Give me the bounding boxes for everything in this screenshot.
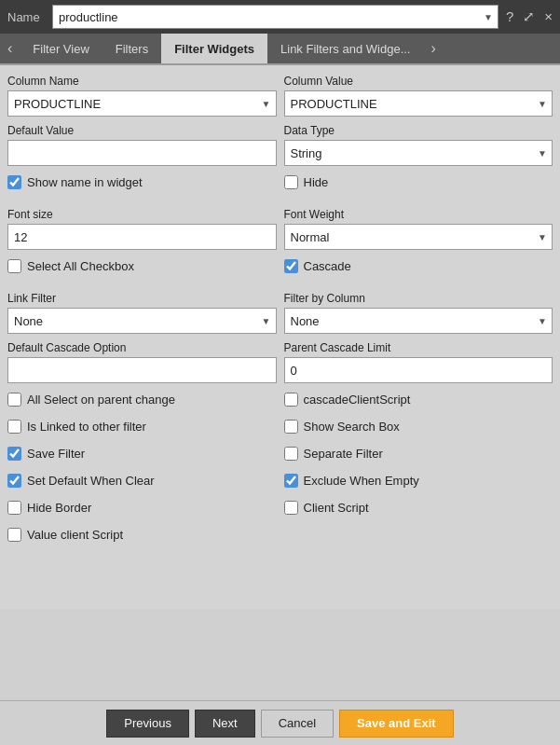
default-cascade-input[interactable] [7,357,277,383]
data-type-select[interactable]: String [284,140,553,166]
show-search-box-checkbox[interactable] [284,420,298,434]
parent-cascade-input[interactable] [284,357,553,383]
set-default-checkbox[interactable] [7,474,21,488]
show-name-checkbox-label: Show name in widget [27,175,143,189]
link-filter-label: Link Filter [7,292,277,305]
column-name-select[interactable]: PRODUCTLINE [7,90,277,117]
default-cascade-label: Default Cascade Option [7,341,277,354]
filter-by-col: Filter by Column None [284,292,553,334]
save-exit-button[interactable]: Save and Exit [339,710,454,738]
all-select-parent-row: All Select on parent change [7,391,277,408]
save-filter-checkbox[interactable] [7,447,21,461]
font-size-input[interactable] [7,224,277,250]
close-icon[interactable]: × [544,8,553,25]
cascade-checkbox-row: Cascade [284,257,553,275]
move-icon[interactable]: ⤢ [523,8,535,25]
parent-cascade-label: Parent Cascade Limit [284,341,553,354]
link-filter-select-wrap[interactable]: None [7,308,277,334]
show-name-checkbox[interactable] [7,175,21,189]
hide-border-checkbox[interactable] [7,501,21,515]
bottom-bar: Previous Next Cancel Save and Exit [0,700,560,745]
tab-next-btn[interactable]: › [423,34,443,63]
link-filter-row: Link Filter None Filter by Column None [7,292,553,334]
main-content: Column Name PRODUCTLINE Column Value PRO… [0,65,560,609]
data-type-select-wrap[interactable]: String [284,140,553,166]
client-script-label: Client Script [304,501,369,515]
tab-bar: ‹ Filter View Filters Filter Widgets Lin… [0,34,560,65]
next-button[interactable]: Next [195,710,255,738]
hide-checkbox[interactable] [284,175,298,189]
hide-border-row: Hide Border [7,499,277,517]
exclude-when-empty-row: Exclude When Empty [284,472,553,490]
select-all-checkbox[interactable] [7,259,21,273]
cascade-checkbox-label: Cascade [304,259,351,273]
exclude-when-empty-checkbox[interactable] [284,474,298,488]
selectall-cascade-row: Select All Checkbox Cascade [7,257,553,284]
tab-filters[interactable]: Filters [102,34,161,63]
data-type-label: Data Type [284,124,553,137]
show-name-hide-row: Show name in widget Hide [7,173,553,200]
name-select-wrap[interactable]: productline [52,5,499,29]
font-size-label: Font size [7,208,277,221]
checkboxes-grid: All Select on parent change Is Linked to… [7,391,553,553]
filter-by-select[interactable]: None [284,308,553,334]
name-label: Name [7,10,45,24]
previous-button[interactable]: Previous [106,710,189,738]
value-client-script-label: Value client Script [27,528,123,542]
tab-filter-view[interactable]: Filter View [20,34,102,63]
tab-filter-widgets[interactable]: Filter Widgets [161,34,267,63]
font-weight-select[interactable]: Normal [284,224,553,250]
column-value-col: Column Value PRODUCTLINE [284,75,553,117]
set-default-label: Set Default When Clear [27,474,155,488]
show-search-box-label: Show Search Box [304,420,400,434]
show-name-col: Show name in widget [7,173,277,200]
linked-filter-row: Is Linked to other filter [7,418,277,435]
client-script-checkbox[interactable] [284,501,298,515]
hide-border-label: Hide Border [27,501,91,515]
cascade-client-script-checkbox[interactable] [284,393,298,407]
column-value-label: Column Value [284,75,553,88]
cancel-button[interactable]: Cancel [261,710,334,738]
parent-cascade-col: Parent Cascade Limit [284,341,553,383]
default-cascade-col: Default Cascade Option [7,341,277,383]
linked-filter-checkbox[interactable] [7,420,21,434]
all-select-parent-checkbox[interactable] [7,393,21,407]
set-default-row: Set Default When Clear [7,472,277,490]
link-filter-select[interactable]: None [7,308,277,334]
linked-filter-label: Is Linked to other filter [27,420,146,434]
column-name-select-wrap[interactable]: PRODUCTLINE [7,90,277,117]
default-datatype-row: Default Value Data Type String [7,124,553,166]
select-all-checkbox-label: Select All Checkbox [27,259,134,273]
title-bar: Name productline ? ⤢ × [0,0,560,34]
cascade-col: Cascade [284,257,553,284]
hide-checkbox-label: Hide [304,175,329,189]
show-search-box-row: Show Search Box [284,418,553,435]
save-filter-row: Save Filter [7,445,277,462]
value-client-script-checkbox[interactable] [7,528,21,542]
help-icon[interactable]: ? [506,8,513,25]
tab-link-filters[interactable]: Link Filters and Widge... [267,34,423,63]
default-value-label: Default Value [7,124,277,137]
name-select[interactable]: productline [52,5,499,29]
save-filter-label: Save Filter [27,447,85,461]
default-value-input[interactable] [7,140,277,166]
cascade-client-script-label: cascadeClientScript [304,393,411,407]
separate-filter-row: Separate Filter [284,445,553,462]
column-name-col: Column Name PRODUCTLINE [7,75,277,117]
exclude-when-empty-label: Exclude When Empty [304,474,419,488]
cascade-checkbox[interactable] [284,259,298,273]
data-type-col: Data Type String [284,124,553,166]
font-size-col: Font size [7,208,277,250]
value-client-script-row: Value client Script [7,526,277,544]
font-row: Font size Font Weight Normal [7,208,553,250]
column-value-select[interactable]: PRODUCTLINE [284,90,553,117]
tab-prev-btn[interactable]: ‹ [0,34,20,63]
separate-filter-checkbox[interactable] [284,447,298,461]
column-value-select-wrap[interactable]: PRODUCTLINE [284,90,553,117]
title-icons: ? ⤢ × [506,8,553,25]
filter-by-select-wrap[interactable]: None [284,308,553,334]
font-weight-col: Font Weight Normal [284,208,553,250]
font-weight-select-wrap[interactable]: Normal [284,224,553,250]
default-value-col: Default Value [7,124,277,166]
column-name-label: Column Name [7,75,277,88]
